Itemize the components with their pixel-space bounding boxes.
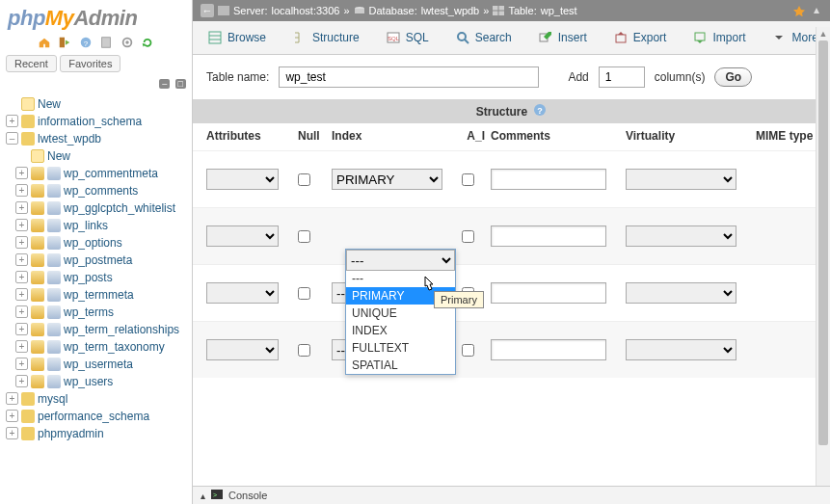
search-button[interactable]: Search: [446, 25, 522, 50]
comments-input[interactable]: [491, 225, 606, 247]
logo[interactable]: phpMyAdmin: [0, 0, 192, 33]
add-columns-count-input[interactable]: [599, 66, 645, 88]
table-name-input[interactable]: [279, 66, 539, 88]
ai-checkbox[interactable]: [462, 344, 474, 357]
index-option-index[interactable]: INDEX: [346, 322, 455, 339]
index-select-open[interactable]: ---: [346, 250, 455, 271]
expand-icon[interactable]: +: [15, 271, 28, 283]
tree-table[interactable]: +wp_term_taxonomy: [6, 338, 190, 356]
expand-icon[interactable]: +: [15, 219, 28, 231]
expand-icon[interactable]: +: [15, 184, 28, 197]
comments-input[interactable]: [491, 282, 606, 304]
help-icon[interactable]: ?: [533, 103, 547, 119]
tree-table[interactable]: +wp_usermeta: [6, 356, 190, 373]
expand-icon[interactable]: +: [15, 340, 28, 353]
console-bar[interactable]: ▴ > Console: [193, 486, 830, 504]
index-dropdown-open[interactable]: --- --- PRIMARY UNIQUE INDEX FULLTEXT SP…: [345, 249, 456, 375]
index-option-none[interactable]: ---: [346, 270, 455, 287]
virtuality-select[interactable]: [626, 282, 736, 304]
tree-table[interactable]: +wp_postmeta: [6, 252, 190, 269]
tree-table[interactable]: +wp_options: [6, 234, 190, 252]
index-option-spatial[interactable]: SPATIAL: [346, 357, 455, 374]
help-icon[interactable]: ?: [79, 36, 93, 49]
expand-icon[interactable]: +: [6, 427, 18, 439]
expand-icon[interactable]: +: [15, 323, 28, 335]
structure-button[interactable]: Structure: [283, 25, 369, 50]
expand-icon[interactable]: +: [15, 253, 28, 266]
breadcrumb-server[interactable]: localhost:3306: [271, 5, 339, 16]
breadcrumb-db[interactable]: lwtest_wpdb: [421, 5, 480, 16]
expand-icon[interactable]: +: [6, 410, 18, 422]
null-checkbox[interactable]: [298, 230, 310, 243]
tree-table[interactable]: +wp_term_relationships: [6, 321, 190, 338]
tree-table[interactable]: +wp_termmeta: [6, 286, 190, 304]
expand-icon[interactable]: +: [15, 358, 28, 370]
export-button[interactable]: Export: [604, 25, 677, 50]
expand-icon[interactable]: +: [15, 236, 28, 249]
favorite-icon[interactable]: [793, 5, 805, 16]
breadcrumb-table[interactable]: wp_test: [541, 5, 577, 16]
null-checkbox[interactable]: [298, 344, 310, 357]
index-select[interactable]: PRIMARY: [332, 169, 442, 190]
tree-table[interactable]: +wp_users: [6, 373, 190, 390]
tree-db-performance-schema[interactable]: +performance_schema: [6, 408, 190, 425]
import-button[interactable]: Import: [683, 25, 755, 50]
expand-icon[interactable]: +: [15, 288, 28, 301]
tree-table[interactable]: +wp_gglcptch_whitelist: [6, 199, 190, 217]
attributes-select[interactable]: [206, 282, 279, 304]
tree-table[interactable]: +wp_commentmeta: [6, 165, 190, 182]
settings-icon[interactable]: [120, 36, 134, 49]
tab-favorites[interactable]: Favorites: [60, 55, 120, 72]
collapse-minus-icon[interactable]: –: [159, 79, 170, 89]
expand-icon[interactable]: +: [15, 167, 28, 179]
nav-back-icon[interactable]: ←: [201, 4, 214, 17]
ai-checkbox[interactable]: [462, 230, 474, 243]
tree-db-lwtest-wpdb[interactable]: –lwtest_wpdb: [6, 130, 190, 147]
null-checkbox[interactable]: [298, 173, 310, 186]
expand-icon[interactable]: +: [15, 201, 28, 214]
tree-table-new[interactable]: New: [6, 147, 190, 165]
attributes-select[interactable]: [206, 169, 279, 190]
expand-icon[interactable]: +: [6, 392, 18, 405]
ai-checkbox[interactable]: [462, 173, 474, 186]
null-checkbox[interactable]: [298, 287, 310, 300]
attributes-select[interactable]: [206, 339, 279, 360]
breadcrumb-table-label: Table:: [508, 5, 536, 16]
tree-db-mysql[interactable]: +mysql: [6, 390, 190, 408]
docs-icon[interactable]: [99, 36, 113, 49]
virtuality-select[interactable]: [626, 169, 736, 190]
table-group-icon: [31, 340, 44, 354]
sql-button[interactable]: SQLSQL: [377, 25, 439, 50]
tree-table[interactable]: +wp_links: [6, 217, 190, 234]
index-option-fulltext[interactable]: FULLTEXT: [346, 339, 455, 357]
expand-icon[interactable]: +: [15, 375, 28, 387]
scroll-up-icon[interactable]: ▲: [817, 27, 830, 40]
tree-db-phpmyadmin[interactable]: +phpmyadmin: [6, 425, 190, 442]
go-button[interactable]: Go: [714, 67, 752, 87]
home-icon[interactable]: [38, 36, 51, 49]
collapse-icon[interactable]: –: [6, 132, 18, 145]
expand-icon[interactable]: +: [15, 305, 28, 318]
comments-input[interactable]: [491, 169, 606, 190]
vertical-scrollbar[interactable]: ▲ ▼: [816, 27, 830, 504]
console-icon: >: [211, 490, 223, 501]
comments-input[interactable]: [491, 339, 606, 360]
browse-button[interactable]: Browse: [199, 25, 276, 50]
tree-new[interactable]: New: [6, 95, 190, 113]
page-up-icon[interactable]: [811, 5, 822, 16]
insert-button[interactable]: Insert: [529, 25, 597, 50]
virtuality-select[interactable]: [626, 339, 736, 360]
expand-icon[interactable]: +: [6, 115, 18, 127]
tree-db-information-schema[interactable]: +information_schema: [6, 113, 190, 130]
tab-recent[interactable]: Recent: [6, 55, 57, 72]
scroll-thumb[interactable]: [818, 40, 828, 445]
collapse-box-icon[interactable]: □: [175, 79, 186, 89]
reload-icon[interactable]: [141, 36, 154, 49]
virtuality-select[interactable]: [626, 225, 736, 247]
tree-table[interactable]: +wp_comments: [6, 182, 190, 199]
attributes-select[interactable]: [206, 225, 279, 247]
tree-table[interactable]: +wp_terms: [6, 304, 190, 321]
exit-icon[interactable]: [58, 36, 71, 49]
tree-table[interactable]: +wp_posts: [6, 269, 190, 286]
chevron-up-icon[interactable]: ▴: [201, 491, 205, 501]
